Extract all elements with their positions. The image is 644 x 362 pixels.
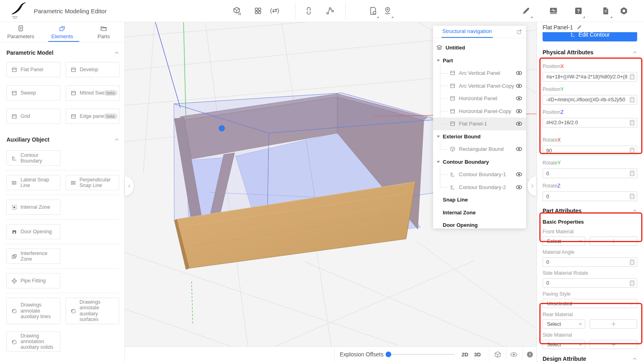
tree-group-part[interactable]: Part xyxy=(433,54,526,67)
aux-button-drawings-annotate-lines[interactable]: Drawings annotate auxiliary lines xyxy=(6,298,60,324)
cube-view-icon[interactable] xyxy=(494,351,502,358)
rotate-x-input[interactable]: 90 xyxy=(543,146,637,155)
side-material-rotate-input[interactable]: 0 xyxy=(543,278,637,288)
position-z-input[interactable]: #H/2.0+16/2.0 xyxy=(543,118,637,128)
slider-knob[interactable] xyxy=(386,352,391,357)
aux-button-contour-boundary[interactable]: Contour Boundary xyxy=(6,150,60,166)
tree-group-internal-zone[interactable]: Internal Zone xyxy=(433,206,526,219)
tree-group-contour-boundary[interactable]: Contour Boundary xyxy=(433,156,526,169)
section-physical-attributes[interactable]: Physical Attributes xyxy=(543,47,637,57)
front-material-add-button[interactable] xyxy=(590,237,637,246)
section-design-attribute[interactable]: Design Attribute xyxy=(543,354,637,362)
edit-contour-button[interactable]: Edit Contour xyxy=(543,32,637,41)
plus-icon xyxy=(611,238,617,244)
side-material-select[interactable]: Select xyxy=(543,340,585,349)
aux-button-interference-zone[interactable]: Interference Zone xyxy=(6,249,60,264)
rename-pencil-icon[interactable] xyxy=(576,25,582,30)
formula-calculator-icon[interactable] xyxy=(629,97,635,103)
element-button-mitred-sweep[interactable]: Mitred Swee beta xyxy=(66,85,120,101)
tree-item-horizontal-panel-copy[interactable]: Horizontal Panel-Copy xyxy=(433,105,526,118)
tree-item-arc-vertical-panel[interactable]: Arc Vertical Panel xyxy=(433,67,526,80)
button-label: Grid xyxy=(21,113,30,119)
formula-calculator-icon[interactable] xyxy=(629,259,635,265)
visibility-eye-icon[interactable] xyxy=(516,146,522,152)
aux-button-door-opening[interactable]: Door Opening xyxy=(6,224,60,239)
section-auxiliary-object[interactable]: Auxiliary Object xyxy=(6,134,119,145)
tree-item-flat-panel-1[interactable]: Flat Panel-1 xyxy=(433,117,526,130)
aux-button-drawings-annotate-surfaces[interactable]: Drawings annotate auxiliary surfaces xyxy=(66,298,120,324)
section-parametric-model[interactable]: Parametric Model xyxy=(6,47,119,58)
document-icon[interactable] xyxy=(601,6,610,15)
rear-material-select[interactable]: Select xyxy=(543,319,585,329)
help-icon[interactable] xyxy=(574,6,583,15)
share-nodes-icon[interactable] xyxy=(326,6,334,15)
paving-style-select[interactable]: Unselected xyxy=(543,299,637,308)
formula-calculator-icon[interactable] xyxy=(629,74,635,80)
view-2d-button[interactable]: 2D xyxy=(458,347,472,362)
tree-root-untitled[interactable]: Untitled xyxy=(433,41,526,54)
rotate-z-input[interactable]: 0 xyxy=(543,191,637,201)
element-button-edge-panel[interactable]: Edge panel beta xyxy=(66,109,120,124)
tab-elements[interactable]: Elements xyxy=(41,22,83,42)
view-3d-button[interactable]: 3D xyxy=(471,347,484,362)
aux-button-pipe-fitting[interactable]: Pipe Fitting xyxy=(6,273,60,288)
model-box-icon[interactable] xyxy=(233,6,242,15)
tab-parts[interactable]: Parts xyxy=(83,22,124,42)
visibility-eye-icon[interactable] xyxy=(516,120,522,127)
location-pin-icon[interactable] xyxy=(383,6,392,15)
explosion-offsets-slider[interactable] xyxy=(386,354,455,355)
tree-item-horizontal-panel[interactable]: Horizontal Panel xyxy=(433,92,526,105)
aux-button-internal-zone[interactable]: Internal Zone xyxy=(6,200,60,215)
rotate-y-input[interactable]: 0 xyxy=(543,169,637,178)
dotted-divider xyxy=(6,244,119,244)
formula-calculator-icon[interactable] xyxy=(629,193,635,200)
tree-label: Part xyxy=(443,58,453,64)
field-label-position-x: PositionX xyxy=(543,64,637,70)
structural-navigation-tab[interactable]: Structural navigation xyxy=(442,26,493,38)
formula-calculator-icon[interactable] xyxy=(629,170,635,177)
tree-group-snap-line[interactable]: Snap Line xyxy=(433,193,526,206)
visibility-eye-icon[interactable] xyxy=(516,171,522,178)
tree-item-rectangular-bound[interactable]: Rectangular Bound xyxy=(433,143,526,156)
visibility-eye-icon[interactable] xyxy=(516,95,522,102)
tree-item-contour-boundary-2[interactable]: Contour Boundary-2 xyxy=(433,181,526,194)
side-material-rotate-label: Side Material Rotate xyxy=(543,270,637,276)
section-part-attributes[interactable]: Part Attributes xyxy=(543,206,637,216)
front-material-select[interactable]: Select xyxy=(543,237,585,246)
visibility-eye-icon[interactable] xyxy=(516,70,522,76)
visibility-eye-icon[interactable] xyxy=(516,184,522,191)
aux-button-lateral-snap-line[interactable]: Lateral Snap Line xyxy=(6,175,60,190)
rear-material-add-button[interactable] xyxy=(590,319,637,329)
element-button-sweep[interactable]: Sweep xyxy=(6,85,60,101)
aux-button-drawing-annotation-solids[interactable]: Drawing annotation auxiliary solids xyxy=(6,331,60,352)
monitor-pulse-icon[interactable] xyxy=(549,6,558,15)
formula-calculator-icon[interactable] xyxy=(629,119,635,126)
settings-nut-icon[interactable] xyxy=(619,6,628,15)
link-icon[interactable] xyxy=(304,6,313,15)
element-button-develop[interactable]: Develop xyxy=(66,62,120,77)
visibility-eye-icon[interactable] xyxy=(516,82,522,89)
warning-icon[interactable] xyxy=(526,351,534,358)
document-export-icon[interactable] xyxy=(369,6,378,15)
tab-parameters[interactable]: Parameters xyxy=(0,22,41,42)
tree-group-door-opening[interactable]: Door Opening xyxy=(433,219,526,228)
swap-icon[interactable]: (⇄) xyxy=(270,7,279,14)
tree-item-arc-vertical-panel-copy[interactable]: Arc Vertical Panel-Copy xyxy=(433,80,526,93)
tree-group-exterior-bound[interactable]: Exterior Bound xyxy=(433,130,526,143)
position-y-input[interactable]: -#D+#min(#c,#floor((#D-#b-#SJ)/50 xyxy=(543,95,637,105)
expand-panel-icon[interactable] xyxy=(516,29,522,35)
caret-down-icon xyxy=(579,344,582,346)
material-angle-input[interactable]: 0 xyxy=(543,257,637,267)
position-x-input[interactable]: #a+18+((#W-2*#a-2*18)%80)/2.0+(8 xyxy=(543,72,637,82)
formula-calculator-icon[interactable] xyxy=(629,147,635,154)
element-button-flat-panel[interactable]: Flat Panel xyxy=(6,62,60,77)
pencil-icon[interactable] xyxy=(522,6,530,15)
aux-button-perpendicular-snap-line[interactable]: Perpendicular Snap Line xyxy=(66,175,120,190)
formula-calculator-icon[interactable] xyxy=(629,280,635,286)
tree-item-contour-boundary-1[interactable]: Contour Boundary-1 xyxy=(433,168,526,181)
pattern-icon[interactable] xyxy=(254,6,262,15)
visibility-eye-icon[interactable] xyxy=(510,351,518,358)
element-button-grid[interactable]: Grid xyxy=(6,109,60,124)
side-material-add-button[interactable] xyxy=(590,340,637,349)
visibility-eye-icon[interactable] xyxy=(516,108,522,115)
